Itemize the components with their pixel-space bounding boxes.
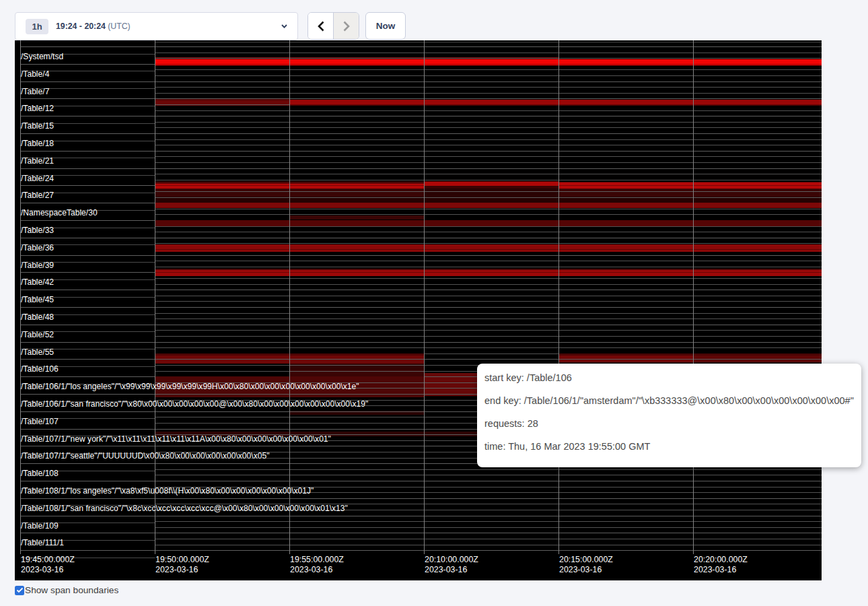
- svg-text:/Table/15: /Table/15: [21, 121, 54, 131]
- svg-text:2023-03-16: 2023-03-16: [21, 565, 63, 574]
- svg-text:/Table/39: /Table/39: [21, 261, 54, 270]
- svg-text:/Table/109: /Table/109: [21, 521, 59, 531]
- svg-text:/Table/7: /Table/7: [21, 87, 50, 96]
- svg-text:/Table/33: /Table/33: [21, 226, 54, 235]
- svg-text:/System/tsd: /System/tsd: [21, 52, 63, 61]
- svg-text:20:10:00.000Z: 20:10:00.000Z: [425, 555, 478, 564]
- svg-text:/Table/55: /Table/55: [21, 347, 54, 357]
- svg-text:20:20:00.000Z: 20:20:00.000Z: [694, 555, 748, 564]
- svg-text:/Table/21: /Table/21: [21, 156, 54, 166]
- svg-text:/Table/106/1/"san francisco"/": /Table/106/1/"san francisco"/"\x80\x00\x…: [21, 399, 368, 409]
- svg-text:/NamespaceTable/30: /NamespaceTable/30: [21, 208, 98, 217]
- svg-text:19:55:00.000Z: 19:55:00.000Z: [290, 555, 344, 564]
- svg-text:2023-03-16: 2023-03-16: [425, 565, 467, 574]
- svg-text:/Table/27: /Table/27: [21, 191, 54, 200]
- svg-text:/Table/18: /Table/18: [21, 139, 54, 148]
- svg-text:/Table/24: /Table/24: [21, 174, 54, 183]
- svg-text:/Table/42: /Table/42: [21, 277, 54, 287]
- svg-text:19:45:00.000Z: 19:45:00.000Z: [21, 555, 75, 564]
- svg-text:/Table/48: /Table/48: [21, 312, 54, 322]
- svg-text:/Table/108/1/"san francisco"/": /Table/108/1/"san francisco"/"\x8c\xcc\x…: [21, 504, 348, 513]
- svg-text:2023-03-16: 2023-03-16: [694, 565, 736, 574]
- svg-text:/Table/108: /Table/108: [21, 469, 59, 478]
- svg-text:/Table/36: /Table/36: [21, 243, 54, 252]
- svg-text:/Table/107: /Table/107: [21, 417, 59, 426]
- svg-text:2023-03-16: 2023-03-16: [290, 565, 332, 574]
- svg-text:20:15:00.000Z: 20:15:00.000Z: [559, 555, 613, 564]
- svg-text:/Table/106: /Table/106: [21, 364, 59, 374]
- svg-text:19:50:00.000Z: 19:50:00.000Z: [155, 555, 209, 564]
- svg-text:/Table/106/1/"los angeles"/"\x: /Table/106/1/"los angeles"/"\x99\x99\x99…: [21, 382, 359, 391]
- svg-text:/Table/12: /Table/12: [21, 104, 54, 113]
- svg-text:/Table/107/1/"seattle"/"UUUUUU: /Table/107/1/"seattle"/"UUUUUUD\x00\x80\…: [21, 451, 269, 461]
- svg-text:2023-03-16: 2023-03-16: [155, 565, 198, 574]
- svg-text:/Table/108/1/"los angeles"/"\x: /Table/108/1/"los angeles"/"\xa8\xf5\u00…: [21, 486, 314, 496]
- svg-text:/Table/107/1/"new york"/"\x11\: /Table/107/1/"new york"/"\x11\x11\x11\x1…: [21, 434, 331, 444]
- svg-text:2023-03-16: 2023-03-16: [559, 565, 602, 574]
- svg-text:/Table/4: /Table/4: [21, 69, 50, 79]
- svg-text:/Table/111/1: /Table/111/1: [21, 538, 64, 547]
- svg-text:/Table/52: /Table/52: [21, 330, 54, 339]
- svg-text:/Table/45: /Table/45: [21, 295, 54, 304]
